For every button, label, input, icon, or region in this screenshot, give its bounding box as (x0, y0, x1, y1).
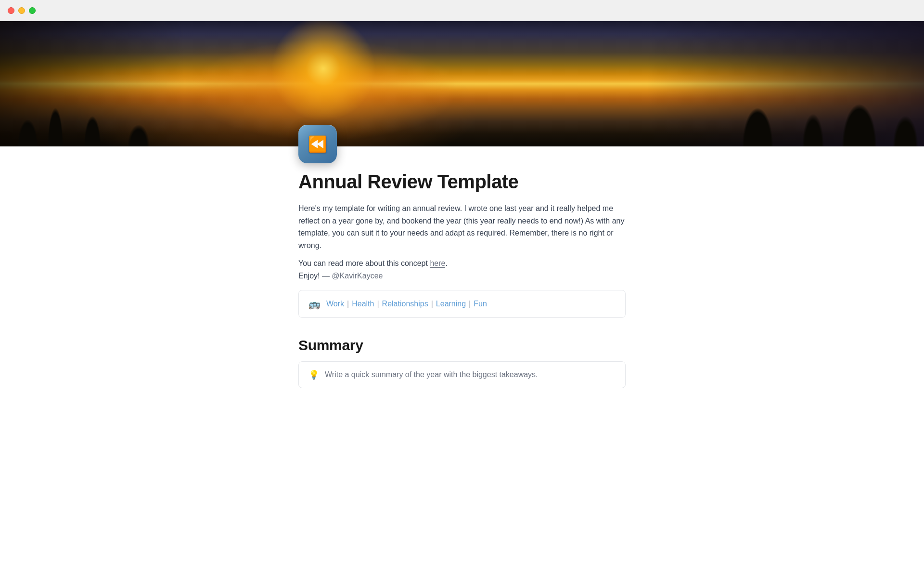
nav-separator-4: | (469, 300, 471, 308)
bulb-icon: 💡 (308, 369, 319, 380)
rewind-icon: ⏪ (308, 136, 327, 152)
summary-section-title: Summary (298, 337, 626, 354)
maximize-button[interactable] (29, 7, 36, 14)
minimize-button[interactable] (18, 7, 25, 14)
nav-separator-1: | (347, 300, 349, 308)
here-link[interactable]: here (430, 259, 445, 268)
app-icon: ⏪ (298, 125, 337, 163)
summary-placeholder: Write a quick summary of the year with t… (325, 370, 538, 379)
close-button[interactable] (8, 7, 14, 14)
description-text: Here's my template for writing an annual… (298, 202, 626, 251)
nav-emoji: 🚌 (308, 298, 321, 310)
nav-separator-2: | (377, 300, 379, 308)
navigation-box[interactable]: 🚌 Work | Health | Relationships | Learni… (298, 290, 626, 318)
enjoy-text: Enjoy! — (298, 272, 332, 280)
nav-link-work[interactable]: Work (326, 300, 344, 308)
nav-separator-3: | (431, 300, 433, 308)
nav-link-relationships[interactable]: Relationships (382, 300, 428, 308)
titlebar (0, 0, 924, 21)
nav-links: Work | Health | Relationships | Learning… (326, 300, 487, 308)
nav-link-fun[interactable]: Fun (474, 300, 487, 308)
read-more-prefix: You can read more about this concept (298, 259, 430, 267)
read-more-line: You can read more about this concept her… (298, 259, 626, 268)
main-content: ⏪ Annual Review Template Here's my templ… (279, 125, 645, 427)
enjoy-line: Enjoy! — @KavirKaycee (298, 272, 626, 280)
app-icon-wrapper: ⏪ (298, 125, 626, 163)
nav-link-health[interactable]: Health (352, 300, 374, 308)
page-title: Annual Review Template (298, 171, 626, 193)
mention-handle: @KavirKaycee (332, 272, 383, 280)
read-more-suffix: . (445, 259, 447, 267)
summary-box[interactable]: 💡 Write a quick summary of the year with… (298, 361, 626, 388)
nav-link-learning[interactable]: Learning (436, 300, 466, 308)
